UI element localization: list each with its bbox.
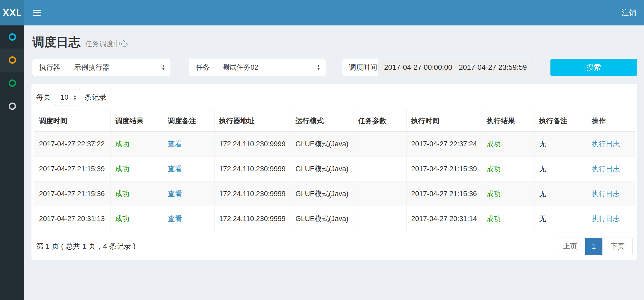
cell-exec-remark: 无 — [534, 206, 587, 231]
page-title: 调度日志 — [32, 35, 80, 49]
search-button[interactable]: 搜索 — [550, 59, 637, 76]
app-logo-strong: XX — [3, 7, 16, 18]
executor-filter-group: 执行器 示例执行器 ▲▼ — [32, 59, 171, 76]
job-filter-label: 任务 — [189, 59, 215, 76]
table-header-row: 调度时间调度结果调度备注执行器地址运行模式任务参数执行时间执行结果执行备注操作 — [34, 110, 635, 132]
action-link[interactable]: 执行日志 — [592, 140, 620, 148]
cell-exec-time: 2017-04-27 21:15:39 — [406, 157, 482, 181]
table-body: 2017-04-27 22:37:22成功查看172.24.110.230:99… — [34, 132, 635, 231]
action-link[interactable]: 执行日志 — [592, 190, 620, 198]
column-header: 调度结果 — [111, 110, 163, 132]
cell-exec-time: 2017-04-27 20:31:14 — [406, 206, 482, 231]
circle-outline-icon — [9, 56, 16, 64]
page-length-prefix: 每页 — [36, 92, 51, 102]
time-range-input[interactable]: 2017-04-27 00:00:00 - 2017-04-27 23:59:5… — [378, 59, 533, 76]
cell-exec-remark: 无 — [534, 132, 587, 157]
cell-dispatch-time: 2017-04-27 20:31:13 — [34, 206, 111, 231]
filter-bar: 执行器 示例执行器 ▲▼ 任务 测试任务02 ▲▼ 调度时间 2017-04-2… — [31, 59, 637, 76]
app-logo[interactable]: XXL — [0, 0, 24, 25]
cell-dispatch-remark: 查看 — [163, 157, 214, 181]
circle-outline-icon — [9, 79, 16, 87]
cell-executor-address: 172.24.110.230:9999 — [214, 132, 291, 157]
hamburger-icon — [33, 10, 41, 16]
cell-executor-address: 172.24.110.230:9999 — [214, 206, 291, 231]
page-subtitle: 任务调度中心 — [85, 40, 128, 48]
sidebar-item[interactable] — [0, 25, 24, 49]
cell-run-mode: GLUE模式(Java) — [291, 132, 353, 157]
job-select-value: 测试任务02 — [222, 63, 258, 72]
select-arrows-icon: ▲▼ — [155, 65, 165, 70]
table-row: 2017-04-27 21:15:36成功查看172.24.110.230:99… — [34, 181, 635, 206]
dispatch-log-table: 调度时间调度结果调度备注执行器地址运行模式任务参数执行时间执行结果执行备注操作 … — [34, 110, 635, 231]
column-header: 任务参数 — [353, 110, 406, 132]
column-header: 操作 — [587, 110, 635, 132]
dispatch-remark-link[interactable]: 查看 — [168, 215, 182, 223]
job-select[interactable]: 测试任务02 ▲▼ — [215, 59, 326, 76]
logout-link[interactable]: 注销 — [621, 8, 636, 18]
executor-filter-label: 执行器 — [32, 59, 67, 76]
cell-dispatch-time: 2017-04-27 22:37:22 — [34, 132, 111, 157]
cell-action: 执行日志 — [587, 157, 635, 181]
cell-action: 执行日志 — [587, 181, 635, 206]
sidebar-item-active[interactable] — [0, 49, 24, 72]
cell-exec-result: 成功 — [482, 132, 534, 157]
page-size-value: 10 — [61, 93, 68, 101]
table-row: 2017-04-27 20:31:13成功查看172.24.110.230:99… — [34, 206, 635, 231]
cell-run-mode: GLUE模式(Java) — [291, 206, 353, 231]
cell-dispatch-result: 成功 — [111, 157, 163, 181]
cell-dispatch-time: 2017-04-27 21:15:36 — [34, 181, 111, 206]
dispatch-remark-link[interactable]: 查看 — [168, 190, 182, 198]
table-row: 2017-04-27 21:15:39成功查看172.24.110.230:99… — [34, 157, 635, 181]
column-header: 执行器地址 — [214, 110, 291, 132]
cell-run-mode: GLUE模式(Java) — [291, 181, 353, 206]
next-page-button[interactable]: 下页 — [602, 238, 632, 255]
circle-outline-icon — [9, 33, 16, 41]
page-length-control: 每页 10 ▲▼ 条记录 — [34, 88, 635, 105]
circle-outline-icon — [9, 103, 16, 110]
action-link[interactable]: 执行日志 — [592, 165, 620, 173]
column-header: 运行模式 — [291, 110, 353, 132]
sidebar-menu — [0, 25, 24, 118]
cell-exec-remark: 无 — [534, 157, 587, 181]
cell-exec-remark: 无 — [534, 181, 587, 206]
cell-run-mode: GLUE模式(Java) — [291, 157, 353, 181]
cell-dispatch-remark: 查看 — [163, 206, 214, 231]
executor-select[interactable]: 示例执行器 ▲▼ — [67, 59, 171, 76]
dispatch-remark-link[interactable]: 查看 — [168, 140, 182, 148]
column-header: 调度时间 — [34, 110, 111, 132]
column-header: 执行时间 — [406, 110, 482, 132]
sidebar-toggle-button[interactable] — [24, 0, 50, 25]
page-1-button[interactable]: 1 — [585, 238, 602, 255]
page-header: 调度日志 任务调度中心 — [31, 33, 637, 50]
executor-select-value: 示例执行器 — [74, 63, 110, 72]
select-arrows-icon: ▲▼ — [310, 65, 320, 70]
cell-action: 执行日志 — [587, 132, 635, 157]
cell-exec-result: 成功 — [482, 181, 534, 206]
time-filter-label: 调度时间 — [342, 59, 378, 76]
column-header: 执行结果 — [482, 110, 534, 132]
cell-dispatch-result: 成功 — [111, 181, 163, 206]
prev-page-button[interactable]: 上页 — [555, 238, 585, 255]
content-area: 调度日志 任务调度中心 执行器 示例执行器 ▲▼ 任务 测试任务02 ▲▼ 调度… — [24, 25, 644, 300]
pagination-info: 第 1 页 ( 总共 1 页，4 条记录 ) — [36, 241, 136, 251]
dispatch-remark-link[interactable]: 查看 — [168, 165, 182, 173]
cell-exec-time: 2017-04-27 21:15:36 — [406, 181, 482, 206]
table-row: 2017-04-27 22:37:22成功查看172.24.110.230:99… — [34, 132, 635, 157]
sidebar-item[interactable] — [0, 72, 24, 95]
cell-job-param — [353, 181, 406, 206]
top-navbar: XXL 注销 — [0, 0, 644, 25]
app-logo-light: L — [16, 7, 22, 18]
cell-job-param — [353, 157, 406, 181]
column-header: 调度备注 — [163, 110, 214, 132]
action-link[interactable]: 执行日志 — [592, 215, 620, 223]
page-length-suffix: 条记录 — [84, 92, 106, 102]
sidebar-item[interactable] — [0, 95, 24, 118]
column-header: 执行备注 — [534, 110, 587, 132]
cell-exec-result: 成功 — [482, 157, 534, 181]
cell-exec-time: 2017-04-27 22:37:24 — [406, 132, 482, 157]
cell-executor-address: 172.24.110.230:9999 — [214, 157, 291, 181]
table-footer: 第 1 页 ( 总共 1 页，4 条记录 ) 上页 1 下页 — [34, 238, 635, 255]
cell-dispatch-remark: 查看 — [163, 181, 214, 206]
page-size-select[interactable]: 10 ▲▼ — [55, 89, 80, 105]
cell-dispatch-result: 成功 — [111, 132, 163, 157]
